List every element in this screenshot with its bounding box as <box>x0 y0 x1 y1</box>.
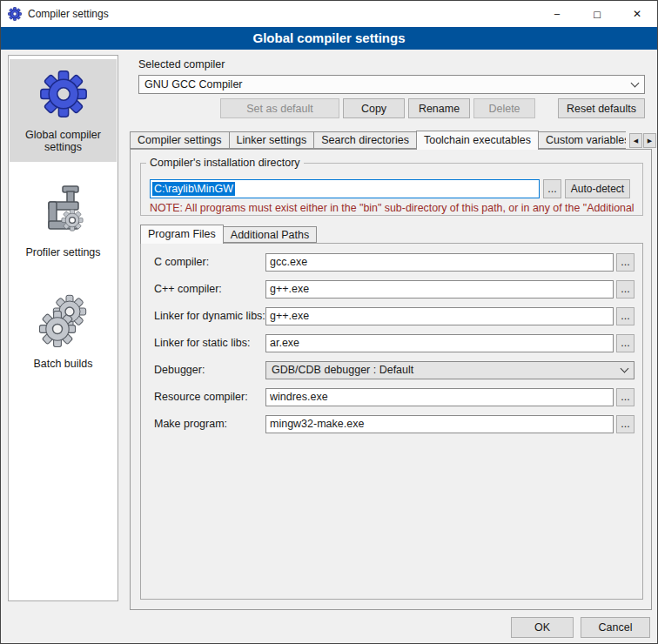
settings-sidebar: Global compiler settings <box>8 55 118 601</box>
tab-toolchain-executables[interactable]: Toolchain executables <box>416 131 539 150</box>
sidebar-item-batch-builds[interactable]: Batch builds <box>10 280 117 383</box>
browse-button[interactable]: ... <box>616 334 634 352</box>
cancel-button[interactable]: Cancel <box>581 617 650 638</box>
global-compiler-gear-icon <box>38 69 89 119</box>
chevron-down-icon <box>631 78 640 87</box>
sidebar-item-label: Profiler settings <box>25 246 100 258</box>
browse-button[interactable]: ... <box>616 280 634 299</box>
field-label: Linker for static libs: <box>154 337 265 349</box>
linker-static-input[interactable] <box>265 334 614 352</box>
minimize-button[interactable]: ─ <box>537 1 577 27</box>
browse-directory-button[interactable]: ... <box>543 179 561 198</box>
form-row-cpp-compiler: C++ compiler: ... <box>154 279 634 299</box>
tab-scroll-left-icon[interactable]: ◀ <box>629 133 642 148</box>
debugger-select[interactable]: GDB/CDB debugger : Default <box>265 361 634 379</box>
make-program-input[interactable] <box>265 415 614 433</box>
field-label: Resource compiler: <box>154 391 265 403</box>
cpp-compiler-input[interactable] <box>265 280 614 299</box>
window-controls: ─ □ ✕ <box>537 1 657 27</box>
batch-builds-icon <box>38 294 89 348</box>
chevron-down-icon <box>621 364 629 372</box>
program-files-tabstrip: Program Files Additional Paths <box>140 225 316 244</box>
sidebar-item-label: Global compiler settings <box>14 129 112 153</box>
titlebar: Compiler settings ─ □ ✕ <box>1 1 657 27</box>
form-row-debugger: Debugger: GDB/CDB debugger : Default <box>154 360 634 379</box>
auto-detect-button[interactable]: Auto-detect <box>565 179 630 198</box>
sidebar-item-profiler-settings[interactable]: Profiler settings <box>10 170 117 272</box>
browse-button[interactable]: ... <box>616 253 634 272</box>
window-title: Compiler settings <box>28 8 109 20</box>
tab-custom-variables[interactable]: Custom variables <box>538 131 626 149</box>
linker-dynamic-input[interactable] <box>265 307 614 325</box>
resource-compiler-input[interactable] <box>265 388 614 406</box>
browse-button[interactable]: ... <box>616 415 634 433</box>
copy-button[interactable]: Copy <box>343 98 405 118</box>
sidebar-item-label: Batch builds <box>33 358 92 370</box>
installation-directory-legend: Compiler's installation directory <box>146 157 304 169</box>
compiler-button-row: Set as default Copy Rename Delete Reset … <box>138 98 645 118</box>
form-row-linker-static: Linker for static libs: ... <box>154 333 634 352</box>
field-label: C++ compiler: <box>154 283 265 295</box>
compiler-select-value: GNU GCC Compiler <box>144 78 243 91</box>
selected-compiler-label: Selected compiler <box>138 58 225 70</box>
tab-program-files[interactable]: Program Files <box>140 225 224 244</box>
field-label: C compiler: <box>154 256 265 268</box>
compiler-settings-window: Compiler settings ─ □ ✕ Global compiler … <box>0 0 658 644</box>
ok-button[interactable]: OK <box>511 617 574 638</box>
profiler-icon <box>40 184 87 237</box>
close-button[interactable]: ✕ <box>617 1 657 27</box>
field-label: Linker for dynamic libs: <box>154 310 265 322</box>
form-row-c-compiler: C compiler: ... <box>154 252 634 272</box>
tab-scroll-arrows: ◀ ▶ <box>629 133 656 148</box>
reset-defaults-button[interactable]: Reset defaults <box>558 98 645 118</box>
field-label: Debugger: <box>154 364 265 376</box>
debugger-select-value: GDB/CDB debugger : Default <box>272 364 413 376</box>
installation-directory-input[interactable]: C:\raylib\MinGW <box>150 179 540 198</box>
delete-button: Delete <box>473 98 535 118</box>
browse-button[interactable]: ... <box>616 388 634 406</box>
page-title: Global compiler settings <box>1 27 657 50</box>
installation-directory-selected-text: C:\raylib\MinGW <box>152 182 235 196</box>
tab-scroll-right-icon[interactable]: ▶ <box>643 133 656 148</box>
form-row-linker-dynamic: Linker for dynamic libs: ... <box>154 306 634 325</box>
form-row-make-program: Make program: ... <box>154 414 634 433</box>
maximize-button[interactable]: □ <box>577 1 617 27</box>
sidebar-item-global-compiler-settings[interactable]: Global compiler settings <box>10 59 117 162</box>
tab-additional-paths[interactable]: Additional Paths <box>223 226 317 243</box>
form-row-resource-compiler: Resource compiler: ... <box>154 387 634 406</box>
rename-button[interactable]: Rename <box>408 98 470 118</box>
c-compiler-input[interactable] <box>265 253 614 272</box>
set-as-default-button: Set as default <box>220 98 339 118</box>
tab-search-directories[interactable]: Search directories <box>313 131 417 149</box>
field-label: Make program: <box>154 418 265 430</box>
compiler-select[interactable]: GNU GCC Compiler <box>138 75 645 94</box>
tab-compiler-settings[interactable]: Compiler settings <box>130 131 230 149</box>
bin-subdirectory-note: NOTE: All programs must exist either in … <box>150 202 638 214</box>
settings-tabstrip: Compiler settings Linker settings Search… <box>130 131 626 150</box>
tab-linker-settings[interactable]: Linker settings <box>229 131 315 149</box>
app-icon <box>8 7 22 21</box>
browse-button[interactable]: ... <box>616 307 634 325</box>
